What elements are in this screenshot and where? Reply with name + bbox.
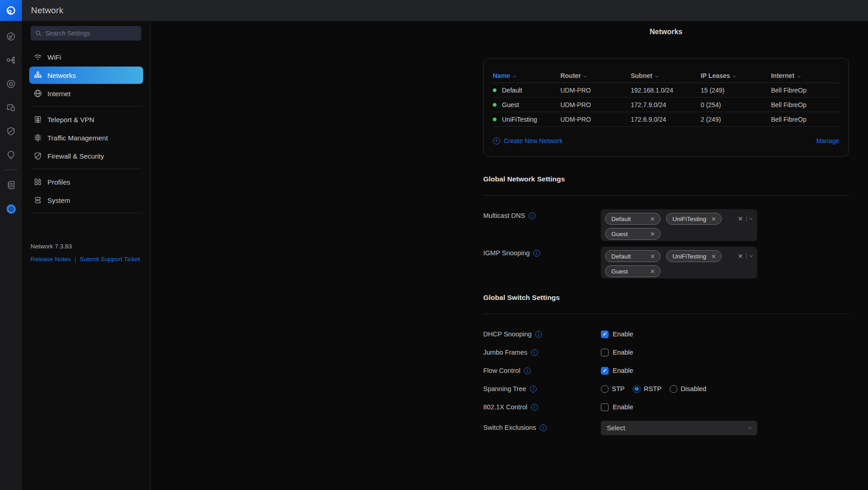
- section-divider: [483, 195, 849, 196]
- globe-icon: [33, 89, 42, 98]
- remove-tag-icon[interactable]: ✕: [711, 253, 716, 260]
- rstp-radio[interactable]: [633, 385, 641, 393]
- flow-control-checkbox[interactable]: [601, 367, 609, 375]
- controls-separator: [746, 216, 747, 222]
- 8021x-control-checkbox[interactable]: [601, 403, 609, 411]
- table-row[interactable]: Guest UDM-PRO 172.7.9.0/24 0 (254) Bell …: [493, 98, 839, 112]
- remove-tag-icon[interactable]: ✕: [650, 216, 655, 222]
- column-header-ip-leases[interactable]: IP Leases: [701, 72, 771, 79]
- manage-button[interactable]: Manage: [816, 137, 839, 144]
- 8021x-control-label: 802.1X Control: [483, 402, 538, 412]
- igmp-snooping-multiselect[interactable]: Default✕ UniFiTesting✕ Guest✕ ✕: [601, 247, 757, 279]
- search-input[interactable]: [45, 30, 137, 37]
- info-icon[interactable]: [531, 404, 538, 411]
- rail-clients-button[interactable]: [0, 96, 22, 119]
- multicast-dns-label: Multicast DNS: [483, 211, 536, 220]
- stp-radio[interactable]: [601, 385, 609, 393]
- network-name: Guest: [502, 101, 519, 108]
- rail-topology-button[interactable]: [0, 48, 22, 72]
- sidebar-item-label: Internet: [47, 90, 71, 98]
- sidebar-item-networks[interactable]: Networks: [29, 67, 143, 84]
- profiles-shapes-icon: [33, 177, 42, 186]
- remove-tag-icon[interactable]: ✕: [711, 216, 716, 222]
- jumbo-frames-checkbox[interactable]: [601, 349, 609, 356]
- sidebar-item-profiles[interactable]: Profiles: [29, 173, 143, 191]
- links-separator: |: [75, 256, 77, 263]
- main-content: Networks Name Router Subnet IP Leases In…: [151, 21, 868, 490]
- sidebar-item-label: Profiles: [47, 178, 70, 186]
- rail-settings-button[interactable]: [0, 197, 22, 221]
- submit-support-ticket-link[interactable]: Submit Support Ticket: [80, 256, 140, 263]
- enable-label: Enable: [613, 367, 633, 374]
- sidebar-item-wifi[interactable]: WiFi: [29, 48, 143, 66]
- info-icon[interactable]: [533, 250, 540, 257]
- release-notes-link[interactable]: Release Notes: [31, 256, 71, 263]
- unifi-devices-icon: [6, 79, 16, 89]
- network-tag[interactable]: Default✕: [605, 213, 661, 225]
- network-internet: Bell FibreOp: [771, 116, 839, 123]
- rail-divider: [5, 170, 17, 170]
- rail-unifi-devices-button[interactable]: [0, 72, 22, 96]
- info-icon[interactable]: [535, 331, 542, 338]
- teleport-vpn-icon: [33, 115, 42, 124]
- network-tag[interactable]: Default✕: [605, 250, 661, 262]
- radio-option-disabled[interactable]: Disabled: [670, 385, 706, 393]
- unifi-logo[interactable]: [0, 0, 22, 21]
- spanning-tree-label: Spanning Tree: [483, 384, 537, 393]
- dhcp-snooping-checkbox[interactable]: [601, 330, 609, 338]
- network-router: UDM-PRO: [560, 116, 630, 123]
- rail-insights-button[interactable]: [0, 143, 22, 167]
- network-tag[interactable]: Guest✕: [605, 228, 661, 240]
- network-name: Default: [502, 87, 522, 94]
- security-shield-icon: [6, 126, 16, 136]
- radio-option-rstp[interactable]: RSTP: [633, 385, 661, 393]
- chevron-down-icon[interactable]: [749, 217, 753, 220]
- info-icon[interactable]: [530, 386, 537, 392]
- table-row[interactable]: Default UDM-PRO 192.168.1.0/24 15 (249) …: [493, 83, 839, 98]
- network-tag[interactable]: UniFiTesting✕: [666, 213, 722, 225]
- remove-tag-icon[interactable]: ✕: [650, 268, 655, 275]
- info-icon[interactable]: [524, 367, 531, 374]
- rail-security-button[interactable]: [0, 119, 22, 143]
- column-header-internet[interactable]: Internet: [771, 72, 839, 79]
- sidebar-item-internet[interactable]: Internet: [29, 85, 143, 102]
- networks-table-card: Name Router Subnet IP Leases Internet De…: [483, 58, 849, 157]
- sidebar-item-teleport-vpn[interactable]: Teleport & VPN: [29, 111, 143, 128]
- column-header-subnet[interactable]: Subnet: [630, 72, 701, 79]
- switch-exclusions-label: Switch Exclusions: [483, 423, 547, 432]
- network-router: UDM-PRO: [560, 87, 630, 94]
- clear-all-icon[interactable]: ✕: [738, 215, 743, 222]
- create-new-network-button[interactable]: + Create New Network: [493, 137, 563, 144]
- clear-all-icon[interactable]: ✕: [738, 253, 743, 260]
- switch-exclusions-select[interactable]: Select: [601, 421, 757, 435]
- multicast-dns-multiselect[interactable]: Default✕ UniFiTesting✕ Guest✕ ✕: [601, 209, 757, 241]
- rail-system-log-button[interactable]: [0, 173, 22, 197]
- network-tag[interactable]: UniFiTesting✕: [666, 250, 722, 262]
- status-dot: [493, 103, 496, 107]
- info-icon[interactable]: [540, 424, 547, 431]
- table-row[interactable]: UniFiTesting UDM-PRO 172.6.9.0/24 2 (249…: [493, 112, 839, 127]
- remove-tag-icon[interactable]: ✕: [650, 253, 655, 260]
- sidebar-divider: [31, 169, 142, 169]
- radio-option-stp[interactable]: STP: [601, 385, 625, 393]
- flow-control-label: Flow Control: [483, 366, 531, 375]
- network-tag[interactable]: Guest✕: [605, 265, 661, 277]
- sidebar-item-traffic-management[interactable]: Traffic Management: [29, 129, 143, 146]
- column-header-router[interactable]: Router: [560, 72, 630, 79]
- rail-dashboard-button[interactable]: [0, 25, 22, 48]
- app-title: Network: [31, 5, 63, 15]
- disabled-radio[interactable]: [670, 385, 677, 393]
- topology-icon: [6, 55, 16, 65]
- remove-tag-icon[interactable]: ✕: [650, 231, 655, 237]
- network-ip-leases: 0 (254): [701, 101, 771, 108]
- sidebar-item-firewall-security[interactable]: Firewall & Security: [29, 147, 143, 165]
- plus-icon: +: [493, 137, 500, 144]
- network-ip-leases: 2 (249): [701, 116, 771, 123]
- column-header-name[interactable]: Name: [493, 72, 560, 79]
- chevron-down-icon[interactable]: [749, 254, 753, 257]
- network-ip-leases: 15 (249): [701, 87, 771, 94]
- sidebar-item-system[interactable]: System: [29, 191, 143, 209]
- search-settings-box[interactable]: [31, 26, 141, 41]
- info-icon[interactable]: [529, 212, 536, 219]
- info-icon[interactable]: [531, 349, 538, 356]
